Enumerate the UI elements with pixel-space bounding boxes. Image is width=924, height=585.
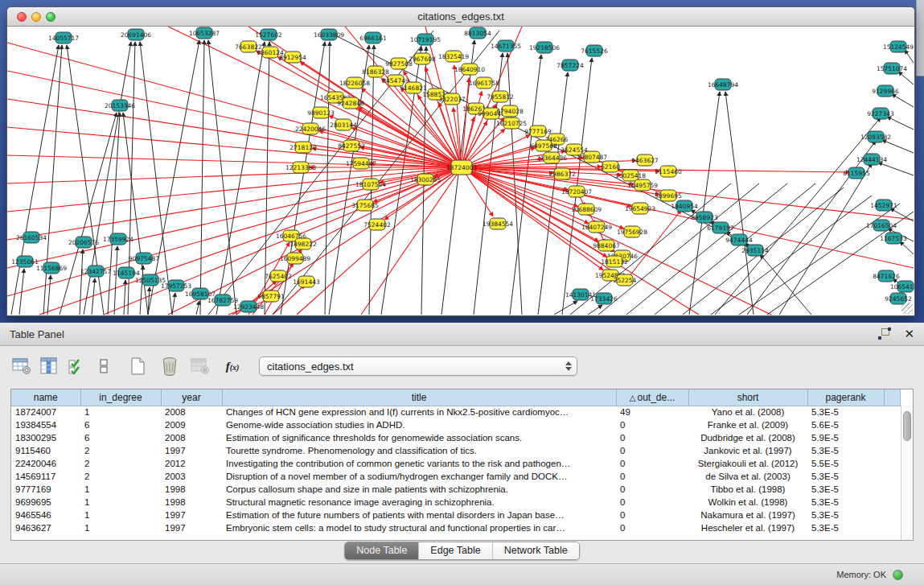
yellow-node[interactable]: 19384554 — [483, 218, 513, 229]
yellow-node[interactable]: 8912954 — [279, 51, 306, 63]
close-panel-icon[interactable]: ✕ — [904, 328, 914, 340]
teal-node[interactable]: 9227343 — [867, 108, 894, 119]
teal-node[interactable]: 16033809 — [314, 29, 344, 40]
table-row[interactable]: 946362711997Embryonic stem cells: a mode… — [11, 521, 901, 534]
teal-node[interactable]: 20153346 — [105, 100, 135, 111]
table-row[interactable]: 911546021997Tourette syndrome. Phenomeno… — [11, 444, 901, 457]
teal-node[interactable]: 7615526 — [581, 45, 608, 56]
table-row[interactable]: 977716911998Corpus callosum shape and si… — [11, 483, 901, 496]
yellow-node[interactable]: 1498222 — [290, 238, 317, 249]
select-columns-icon[interactable] — [64, 355, 88, 377]
teal-node[interactable]: 20691406 — [121, 29, 151, 40]
yellow-node[interactable]: 10688609 — [571, 204, 602, 215]
yellow-node[interactable]: 19654923 — [625, 203, 655, 214]
teal-node[interactable]: 8958923 — [691, 212, 718, 223]
network-window[interactable]: citations_edges.txt 14055717206914061065… — [6, 6, 915, 316]
table-scrollbar[interactable] — [901, 406, 913, 540]
table-row[interactable]: 1456911722003Disruption of a novel membe… — [11, 470, 901, 483]
yellow-node[interactable]: 16099489 — [280, 253, 310, 264]
yellow-node[interactable]: 10807487 — [577, 151, 607, 163]
teal-node[interactable]: 15124549 — [883, 41, 914, 52]
teal-node[interactable]: 90975487 — [129, 253, 159, 264]
teal-node[interactable]: 8471626 — [873, 270, 900, 282]
yellow-node[interactable]: 3322037 — [438, 93, 466, 105]
table-header-row[interactable]: namein_degreeyeartitle△out_de...shortpag… — [11, 389, 901, 406]
yellow-node[interactable]: 18107554 — [355, 179, 386, 190]
teal-node[interactable]: 10654112 — [890, 281, 914, 292]
teal-node[interactable]: 1527602 — [255, 29, 282, 40]
table-selector[interactable]: citations_edges.txt — [259, 356, 577, 376]
close-window-button[interactable] — [17, 12, 27, 22]
yellow-node[interactable]: 21364436 — [536, 152, 567, 163]
yellow-node[interactable]: 16210725 — [496, 117, 527, 129]
yellow-node[interactable]: 7625402 — [265, 270, 292, 282]
table-settings-icon[interactable] — [10, 355, 34, 377]
new-column-icon[interactable] — [125, 355, 150, 377]
teal-node[interactable]: 14055717 — [48, 32, 79, 43]
teal-node[interactable]: 1167533 — [880, 233, 907, 244]
teal-node[interactable]: 9129966 — [872, 85, 899, 97]
teal-node[interactable]: 12444134 — [856, 154, 887, 165]
teal-node[interactable]: 12923448 — [233, 301, 264, 312]
teal-node[interactable]: 17359924 — [103, 233, 133, 245]
tab-network-table[interactable]: Network Table — [493, 542, 579, 559]
teal-node[interactable]: 16648794 — [708, 79, 738, 90]
teal-node[interactable]: 17016504 — [866, 220, 897, 231]
yellow-node[interactable]: 16495759 — [627, 179, 658, 191]
table-row[interactable]: 1830029562008Estimation of significance … — [11, 431, 901, 444]
yellow-node[interactable]: 1691443 — [293, 276, 320, 287]
table-scrollbar-thumb[interactable] — [903, 411, 911, 441]
teal-node[interactable]: 26160534 — [16, 232, 47, 243]
yellow-node[interactable]: 18407249 — [581, 221, 612, 233]
teal-node[interactable]: 10653287 — [189, 27, 220, 39]
window-resize-grip[interactable] — [901, 303, 913, 314]
table-row[interactable]: 1872400712008Changes of HCN gene express… — [11, 406, 901, 418]
yellow-node[interactable]: 12213363 — [285, 162, 316, 173]
teal-node[interactable]: 14671355 — [491, 40, 521, 51]
network-canvas[interactable]: 1405571720691406106532871527602160338096… — [7, 27, 914, 315]
column-header-pagerank[interactable]: pagerank — [807, 389, 884, 406]
yellow-node[interactable]: 1815132 — [601, 256, 628, 267]
yellow-node[interactable]: 18640910 — [454, 64, 485, 75]
teal-node[interactable]: 12093582 — [860, 131, 891, 142]
column-header-indegree[interactable]: in_degree — [80, 389, 161, 406]
minimize-window-button[interactable] — [31, 12, 41, 22]
yellow-node[interactable]: 9463627 — [631, 154, 659, 166]
column-header-short[interactable]: short — [688, 389, 807, 406]
column-header-name[interactable]: name — [11, 389, 80, 406]
teal-node[interactable]: 10719195 — [410, 34, 441, 45]
table-row[interactable]: 969969511998Structural magnetic resonanc… — [11, 496, 901, 509]
yellow-node[interactable]: 16961758 — [469, 77, 499, 89]
yellow-node[interactable]: 2718120 — [290, 142, 317, 153]
column-header-outde[interactable]: △out_de... — [616, 389, 688, 406]
teal-node[interactable]: 9474444 — [725, 234, 753, 245]
teal-node[interactable]: 11156869 — [36, 262, 67, 274]
teal-node[interactable]: 1840954 — [671, 200, 698, 212]
delete-column-icon[interactable] — [158, 355, 182, 377]
yellow-node[interactable]: 3175685 — [351, 200, 379, 211]
float-panel-icon[interactable] — [878, 328, 891, 340]
teal-node[interactable]: 19218506 — [529, 42, 560, 53]
teal-node[interactable]: 8115955 — [843, 167, 870, 179]
yellow-node[interactable]: 62160 — [601, 161, 620, 172]
teal-node[interactable]: 15751074 — [877, 63, 907, 74]
yellow-node[interactable]: 9115460 — [655, 166, 682, 177]
show-columns-icon[interactable] — [37, 355, 61, 377]
yellow-node[interactable]: 252254 — [614, 274, 637, 286]
teal-node[interactable]: 7857224 — [556, 60, 584, 71]
table-row[interactable]: 946554611997Estimation of the future num… — [11, 509, 901, 521]
zoom-window-button[interactable] — [46, 12, 55, 22]
yellow-node[interactable]: 18226058 — [339, 77, 370, 89]
teal-node[interactable]: 8813054 — [464, 27, 491, 39]
function-builder-icon[interactable]: f(x) — [220, 355, 244, 377]
column-header-title[interactable]: title — [222, 389, 616, 406]
yellow-node[interactable]: 6497568 — [530, 140, 557, 151]
table-row[interactable]: 1938455462009Genome-wide association stu… — [11, 418, 901, 431]
yellow-node[interactable]: 7524402 — [363, 219, 391, 230]
teal-node[interactable]: 1235061 — [11, 256, 39, 267]
yellow-node[interactable]: 9857791 — [257, 290, 285, 302]
teal-node[interactable]: 12342757 — [80, 266, 111, 277]
citation-network-graph[interactable]: 1405571720691406106532871527602160338096… — [7, 27, 914, 315]
yellow-node[interactable]: 19756928 — [617, 226, 647, 237]
yellow-node[interactable]: 18325419 — [438, 51, 469, 62]
